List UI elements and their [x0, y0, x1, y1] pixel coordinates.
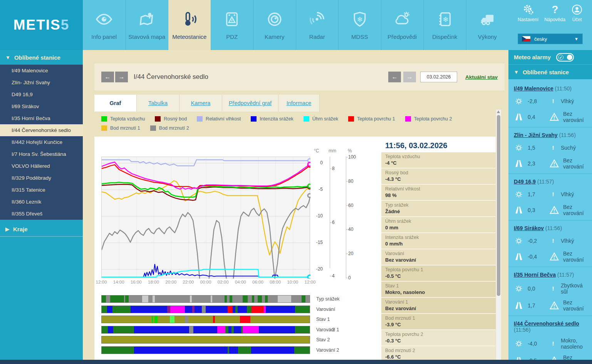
legend-item: Teplota vzduchu	[101, 116, 145, 122]
station-card-link[interactable]: Zlín - Jižní Svahy	[514, 132, 558, 138]
sun-icon	[514, 284, 524, 294]
main-scrollbar[interactable]	[496, 110, 501, 360]
value-row: Relativní vlhkost98 %	[381, 185, 496, 201]
value-row: Rosný bod-4.3 °C	[381, 169, 496, 185]
status-bar-segment	[262, 296, 265, 302]
nav-tab-label: Info panel	[91, 33, 117, 40]
nav-tab-stavov-mapa[interactable]: Stavová mapa	[126, 0, 168, 50]
utility-question-button[interactable]: ?Nápověda	[544, 4, 565, 22]
legend-label: Teplota povrchu 1	[357, 116, 395, 122]
sidebar-station-item[interactable]: II/315 Tatenice	[0, 184, 83, 196]
nav-tab-v-kony[interactable]: Výkony	[466, 0, 509, 50]
value-label: Teplota povrchu 2	[385, 332, 492, 337]
station-card-time: (11:56)	[514, 327, 530, 333]
station-card-link[interactable]: I/44 Červenohorské sedlo	[514, 321, 579, 327]
sidebar-station-item[interactable]: II/442 Hořejší Kunčice	[0, 136, 83, 148]
sidebar-station-item[interactable]: II/355 Dřeveš	[0, 208, 83, 220]
next-station-button[interactable]: →	[115, 72, 128, 82]
meteo-alarms-toggle[interactable]: ✓	[556, 53, 574, 62]
nav-tab-label: Radar	[309, 33, 325, 40]
legend-label: Relativní vlhkost	[206, 116, 241, 122]
axis-tick: 80	[348, 179, 353, 184]
status-bar-stav-2	[101, 336, 310, 344]
sidebar-station-item[interactable]: I/49 Malenovice	[0, 65, 83, 77]
status-bar-segment	[228, 326, 231, 333]
station-card-title: I/69 Sirákov (11:56)	[514, 225, 587, 231]
scrollbar-up-arrow[interactable]	[497, 110, 500, 113]
scrollbar-thumb[interactable]	[497, 115, 500, 296]
chevron-down-icon: ▼	[574, 37, 579, 41]
nav-tab-info-panel[interactable]: Info panel	[83, 0, 126, 50]
status-bar-segment	[212, 296, 225, 302]
language-select[interactable]: česky ▼	[518, 33, 583, 44]
surface-status-value: Vlhký	[561, 98, 574, 104]
warn-icon	[549, 252, 559, 262]
station-card-link[interactable]: D49 16,9	[514, 179, 536, 185]
nav-tab-meteostanice[interactable]: Meteostanice	[168, 0, 211, 50]
right-favorites-header[interactable]: ▼ Oblíbené stanice	[508, 65, 592, 79]
axis-tick: 100	[348, 154, 356, 160]
station-card-link[interactable]: I/49 Malenovice	[514, 85, 553, 92]
status-bar-segment	[294, 347, 310, 354]
station-card-time: (11:57)	[537, 179, 554, 185]
warn-icon	[549, 112, 559, 122]
warn-icon	[549, 301, 559, 311]
nav-tab-kamery[interactable]: Kamery	[253, 0, 296, 50]
legend-item: Bod mrznutí 1	[101, 125, 140, 131]
nav-tab-radar[interactable]: Radar	[296, 0, 339, 50]
status-bar-segment	[202, 306, 206, 313]
status-bar-segment	[243, 326, 259, 333]
toggle-knob	[567, 55, 572, 60]
sidebar-station-item[interactable]: Zlín- Jižní Svahy	[0, 77, 83, 88]
axis-tick: 20	[348, 251, 353, 256]
sidebar-station-item[interactable]: II/329 Poděbrady	[0, 172, 83, 184]
view-tab-tabulka[interactable]: Tabulka	[137, 95, 179, 112]
view-tab-kamera[interactable]: Kamera	[179, 95, 222, 112]
sidebar-station-item[interactable]: I/44 Červenohorské sedlo	[0, 124, 83, 136]
station-card-link[interactable]: I/69 Sirákov	[514, 225, 544, 231]
status-bar-segment	[217, 326, 226, 333]
prev-station-button[interactable]: ←	[101, 72, 114, 82]
nav-tab-mdss[interactable]: ❄MDSS	[338, 0, 381, 50]
axis-tick: 4	[332, 273, 335, 279]
status-bar-segment	[302, 296, 306, 302]
nav-tab-p-edpov-di[interactable]: Předpovědi	[381, 0, 424, 50]
svg-text:!: !	[552, 285, 554, 292]
surface-status-value: Vlhký	[561, 191, 574, 197]
station-card-title: I/44 Červenohorské sedlo (11:56)	[514, 321, 587, 333]
nav-tab-dispe-ink[interactable]: ❄Dispečink	[423, 0, 466, 50]
favorites-header[interactable]: ▼ Oblíbené stanice	[0, 50, 83, 65]
surface-status-cell: !Mokro, nasoleno	[549, 337, 587, 350]
view-tab-informace[interactable]: Informace	[278, 95, 320, 112]
nav-tab-pdz[interactable]: PDZ	[211, 0, 253, 50]
status-bar-segment	[252, 306, 264, 313]
sidebar-station-item[interactable]: D49 16,9	[0, 88, 83, 100]
legend-item: Teplota povrchu 1	[348, 116, 395, 122]
axis-pct-header: %	[348, 148, 352, 154]
axis-c-tick: -5	[319, 187, 323, 192]
sidebar-station-item[interactable]: I/35 Horní Bečva	[0, 112, 83, 124]
view-tab-graf[interactable]: Graf	[94, 95, 137, 112]
current-state-link[interactable]: Aktuální stav	[465, 74, 498, 80]
sidebar-station-item[interactable]: I/7 Hora Sv. Šebestiána	[0, 148, 83, 160]
value-row: Teplota vzduchu-4 °C	[381, 152, 496, 169]
road-icon	[514, 159, 524, 169]
status-bar-label: Stav 1	[316, 317, 330, 322]
x-axis-tick: 16:00	[131, 280, 142, 284]
station-card-link[interactable]: I/35 Horní Bečva	[514, 272, 556, 278]
status-bar-segment	[228, 306, 232, 313]
utility-gear-button[interactable]: Nastavení	[518, 4, 538, 22]
air-temp-cell: 1,7	[514, 189, 549, 199]
value-text: 0 mm/h	[385, 241, 492, 247]
date-input[interactable]: 03.02.2026	[420, 72, 457, 82]
status-bar-segment	[170, 316, 174, 323]
prev-date-button[interactable]: ←	[388, 72, 401, 82]
utility-account-button[interactable]: Účet	[571, 4, 583, 22]
view-tab-p-edpov-dn-graf[interactable]: Předpovědní graf	[222, 95, 278, 112]
sidebar-station-item[interactable]: I/69 Sirákov	[0, 100, 83, 112]
next-date-button[interactable]: →	[403, 72, 416, 82]
sidebar-station-item[interactable]: VOLVO Hällered	[0, 160, 83, 172]
nav-tab-label: PDZ	[226, 33, 238, 40]
kraje-header[interactable]: ▶ Kraje	[0, 222, 83, 237]
sidebar-station-item[interactable]: II/360 Lezník	[0, 196, 83, 208]
